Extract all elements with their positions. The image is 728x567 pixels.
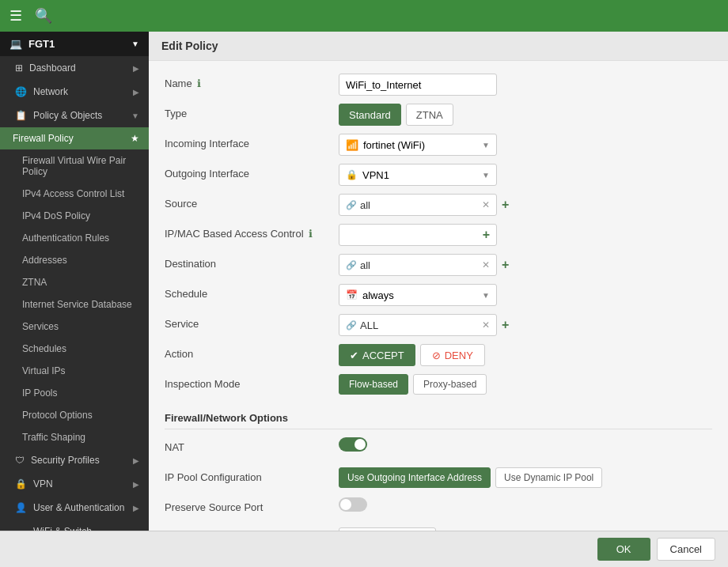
- name-input[interactable]: [339, 74, 497, 96]
- sidebar-item-user-authentication[interactable]: 👤 User & Authentication ▶: [0, 496, 149, 520]
- sidebar-item-ip-pools[interactable]: IP Pools: [0, 382, 149, 404]
- preserve-source-port-control: [339, 497, 712, 512]
- outgoing-interface-label: Outgoing Interface: [165, 164, 339, 180]
- outgoing-interface-value: VPN1: [362, 169, 389, 181]
- schedule-label: Schedule: [165, 284, 339, 300]
- name-row: Name ℹ: [165, 74, 712, 96]
- virtual-ips-label: Virtual IPs: [22, 365, 65, 376]
- service-value: ALL: [360, 319, 378, 331]
- sidebar-item-schedules[interactable]: Schedules: [0, 338, 149, 360]
- service-remove[interactable]: ✕: [482, 319, 490, 331]
- outgoing-interface-control: 🔒 VPN1 ▼: [339, 164, 712, 186]
- sidebar-item-ipv4-dos-policy[interactable]: IPv4 DoS Policy: [0, 205, 149, 227]
- content-header: Edit Policy: [149, 32, 728, 61]
- sidebar-item-ipv4-access-control[interactable]: IPv4 Access Control List: [0, 183, 149, 205]
- ip-pool-config-label: IP Pool Configuration: [165, 467, 339, 483]
- internet-service-db-label: Internet Service Database: [22, 299, 132, 310]
- nat-toggle[interactable]: [339, 437, 367, 452]
- type-ztna-button[interactable]: ZTNA: [406, 104, 453, 126]
- source-row: Source 🔗 all ✕ +: [165, 194, 712, 216]
- ip-pool-outgoing-button[interactable]: Use Outgoing Interface Address: [339, 467, 491, 488]
- name-label: Name ℹ: [165, 74, 339, 89]
- user-auth-arrow: ▶: [133, 504, 139, 512]
- destination-remove[interactable]: ✕: [482, 259, 490, 270]
- outgoing-interface-row: Outgoing Interface 🔒 VPN1 ▼: [165, 164, 712, 186]
- sidebar-item-wifi-switch[interactable]: 📡 WiFi & Switch Controller ▶: [0, 520, 149, 531]
- sidebar-item-traffic-shaping[interactable]: Traffic Shaping: [0, 426, 149, 448]
- action-accept-button[interactable]: ✔ ACCEPT: [339, 344, 415, 366]
- sidebar-item-dashboard[interactable]: ⊞ Dashboard ▶: [0, 56, 149, 80]
- sidebar-item-authentication-rules[interactable]: Authentication Rules: [0, 227, 149, 249]
- sidebar-label-dashboard: Dashboard: [29, 62, 76, 74]
- network-icon: 🌐: [15, 86, 27, 97]
- sidebar-item-addresses[interactable]: Addresses: [0, 249, 149, 271]
- nat-control: [339, 437, 712, 452]
- type-control: Standard ZTNA: [339, 104, 712, 126]
- sidebar-item-services[interactable]: Services: [0, 316, 149, 338]
- type-label: Type: [165, 104, 339, 119]
- source-field[interactable]: 🔗 all ✕: [339, 194, 497, 216]
- ipmac-info-icon[interactable]: ℹ: [309, 228, 313, 240]
- outgoing-interface-select[interactable]: 🔒 VPN1 ▼: [339, 164, 497, 186]
- destination-field[interactable]: 🔗 all ✕: [339, 254, 497, 276]
- name-info-icon[interactable]: ℹ: [197, 77, 201, 89]
- action-deny-button[interactable]: ⊘ DENY: [420, 344, 485, 366]
- service-add[interactable]: +: [502, 319, 509, 331]
- action-control: ✔ ACCEPT ⊘ DENY: [339, 344, 712, 366]
- type-row: Type Standard ZTNA: [165, 104, 712, 126]
- sidebar-item-firewall-policy[interactable]: Firewall Policy ★: [0, 127, 149, 149]
- services-label: Services: [22, 321, 59, 332]
- sidebar-item-virtual-ips[interactable]: Virtual IPs: [0, 360, 149, 382]
- sidebar-item-ztna[interactable]: ZTNA: [0, 271, 149, 293]
- sidebar-label-vpn: VPN: [33, 478, 53, 490]
- form-area: Name ℹ Type Standard ZTNA: [149, 61, 728, 531]
- cancel-button[interactable]: Cancel: [657, 538, 715, 561]
- ipmac-field[interactable]: +: [339, 224, 497, 246]
- sidebar-item-protocol-options[interactable]: Protocol Options: [0, 404, 149, 426]
- menu-icon[interactable]: ☰: [9, 7, 22, 25]
- service-tag-icon: 🔗: [346, 320, 357, 331]
- sidebar-item-network[interactable]: 🌐 Network ▶: [0, 80, 149, 104]
- service-field[interactable]: 🔗 ALL ✕: [339, 314, 497, 336]
- nat-row: NAT: [165, 437, 712, 459]
- sidebar-item-policy-objects[interactable]: 📋 Policy & Objects ▼: [0, 104, 149, 127]
- ipmac-add[interactable]: +: [483, 229, 490, 241]
- wifi-interface-icon: 📶: [346, 139, 358, 151]
- source-tag: 🔗 all: [346, 199, 370, 211]
- type-standard-button[interactable]: Standard: [339, 104, 401, 126]
- firewall-policy-label: Firewall Policy: [13, 133, 74, 144]
- ip-pool-dynamic-button[interactable]: Use Dynamic IP Pool: [495, 467, 602, 488]
- destination-add[interactable]: +: [502, 259, 509, 271]
- outgoing-chevron: ▼: [482, 171, 490, 180]
- preserve-toggle-slider: [339, 497, 367, 512]
- inspection-mode-row: Inspection Mode Flow-based Proxy-based: [165, 374, 712, 396]
- inspection-flow-button[interactable]: Flow-based: [339, 374, 408, 395]
- inspection-proxy-button[interactable]: Proxy-based: [413, 374, 487, 395]
- policy-arrow: ▼: [131, 112, 139, 120]
- nat-toggle-slider: [339, 437, 367, 452]
- preserve-source-port-row: Preserve Source Port: [165, 497, 712, 520]
- search-icon[interactable]: 🔍: [35, 7, 52, 25]
- source-label: Source: [165, 194, 339, 210]
- sidebar-item-internet-service-db[interactable]: Internet Service Database: [0, 293, 149, 316]
- source-add[interactable]: +: [502, 198, 509, 211]
- traffic-shaping-label: Traffic Shaping: [22, 432, 85, 443]
- sidebar-item-security-profiles[interactable]: 🛡 Security Profiles ▶: [0, 448, 149, 472]
- incoming-interface-select[interactable]: 📶 fortinet (WiFi) ▼: [339, 134, 497, 156]
- sidebar-device-header[interactable]: 💻 FGT1 ▼: [0, 32, 149, 56]
- sidebar-item-firewall-virtual-wire[interactable]: Firewall Virtual Wire Pair Policy: [0, 149, 149, 183]
- sidebar-item-vpn[interactable]: 🔒 VPN ▶: [0, 472, 149, 496]
- service-label: Service: [165, 314, 339, 330]
- topbar: ☰ 🔍: [0, 0, 728, 32]
- source-remove[interactable]: ✕: [482, 199, 490, 210]
- preserve-source-port-toggle[interactable]: [339, 497, 367, 512]
- incoming-chevron: ▼: [482, 141, 490, 149]
- sidebar-label-network: Network: [33, 86, 68, 97]
- schedule-select[interactable]: 📅 always ▼: [339, 284, 497, 306]
- content-area: Edit Policy Name ℹ Type Standard: [149, 32, 728, 531]
- ztna-label: ZTNA: [22, 277, 47, 288]
- inspection-mode-control: Flow-based Proxy-based: [339, 374, 712, 395]
- ok-button[interactable]: OK: [597, 538, 650, 561]
- ipmac-label: IP/MAC Based Access Control ℹ: [165, 224, 339, 240]
- ipmac-control: +: [339, 224, 712, 246]
